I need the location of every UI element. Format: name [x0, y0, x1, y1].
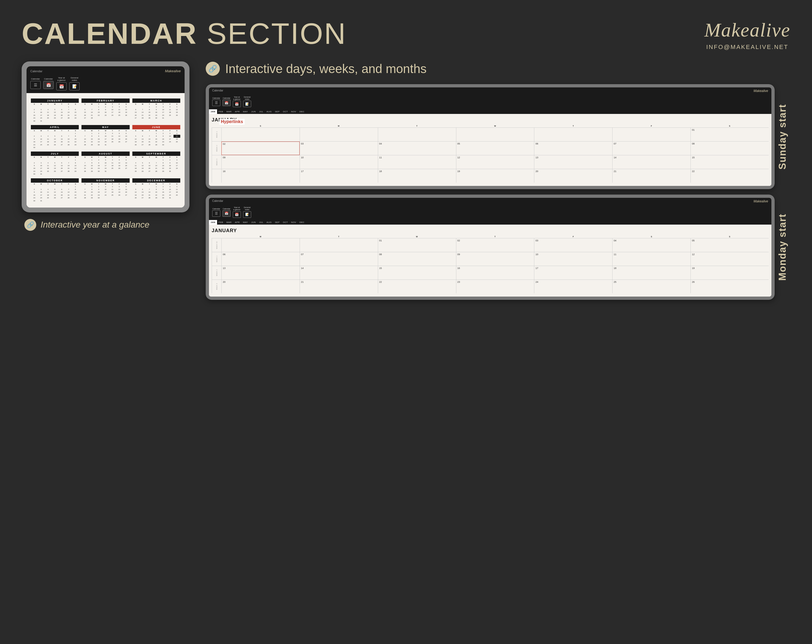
- sunday-day-cell[interactable]: 21: [612, 169, 690, 183]
- sunday-day-cell[interactable]: 16: [221, 169, 300, 183]
- cal-day[interactable]: 18: [174, 191, 180, 194]
- cal-day[interactable]: 24: [166, 194, 173, 197]
- cal-day[interactable]: 2: [153, 105, 160, 108]
- cal-day[interactable]: 27: [139, 143, 146, 146]
- cal-day[interactable]: 2: [31, 188, 38, 191]
- monday-nav-year[interactable]: Calendar 📅: [223, 208, 230, 217]
- cal-day[interactable]: 23: [95, 167, 102, 169]
- monday-nav-year2[interactable]: Year ata glance 📆: [233, 206, 241, 218]
- monday-day-cell[interactable]: 04: [612, 238, 690, 252]
- sunday-day-cell[interactable]: 10: [300, 155, 378, 169]
- cal-day[interactable]: 11: [109, 162, 116, 164]
- cal-day[interactable]: 6: [132, 108, 139, 111]
- cal-day[interactable]: 18: [45, 167, 52, 169]
- cal-day[interactable]: 21: [81, 167, 88, 169]
- sunday-month-nav-oct[interactable]: OCT: [281, 109, 289, 114]
- cal-day[interactable]: 5: [139, 162, 146, 164]
- cal-day[interactable]: 11: [174, 188, 180, 191]
- cal-day[interactable]: 15: [72, 138, 79, 140]
- cal-day[interactable]: 6: [139, 188, 146, 191]
- cal-day[interactable]: 23: [160, 140, 166, 143]
- cal-day[interactable]: 8: [153, 188, 160, 191]
- cal-day[interactable]: 6: [58, 108, 65, 111]
- cal-day[interactable]: 2: [160, 185, 166, 188]
- cal-day[interactable]: 8: [72, 162, 79, 164]
- monday-month-nav-mar[interactable]: MAR: [225, 220, 233, 224]
- cal-day[interactable]: 10: [38, 191, 44, 194]
- cal-day[interactable]: 28: [81, 197, 88, 199]
- cal-day[interactable]: 2: [160, 132, 166, 135]
- sunday-month-nav-jul[interactable]: JUL: [257, 109, 265, 114]
- cal-day[interactable]: 5: [123, 105, 130, 108]
- cal-day[interactable]: 28: [65, 143, 72, 146]
- cal-day[interactable]: 6: [123, 132, 130, 135]
- cal-day[interactable]: 13: [139, 191, 146, 194]
- cal-day[interactable]: 20: [123, 191, 130, 194]
- cal-day[interactable]: 8: [95, 108, 102, 111]
- cal-day[interactable]: 7: [65, 135, 72, 137]
- cal-day[interactable]: 22: [72, 140, 79, 143]
- cal-day[interactable]: 25: [45, 197, 52, 199]
- sunday-month-nav-jun[interactable]: JUN: [250, 109, 257, 114]
- sunday-day-cell[interactable]: 08: [690, 142, 769, 155]
- cal-day[interactable]: 17: [109, 111, 116, 114]
- monday-day-cell[interactable]: 22: [378, 280, 456, 293]
- cal-day[interactable]: 25: [109, 194, 116, 197]
- cal-day[interactable]: 20: [123, 164, 130, 167]
- cal-day[interactable]: 9: [31, 191, 38, 194]
- cal-day[interactable]: 6: [58, 135, 65, 137]
- cal-day[interactable]: 5: [132, 188, 139, 191]
- cal-day[interactable]: 16: [166, 164, 173, 167]
- cal-day[interactable]: 9: [160, 188, 166, 191]
- cal-day[interactable]: 10: [102, 188, 109, 191]
- cal-day[interactable]: 17: [102, 191, 109, 194]
- cal-day[interactable]: 23: [31, 143, 38, 146]
- cal-day[interactable]: 10: [174, 162, 180, 164]
- cal-day[interactable]: 17: [174, 164, 180, 167]
- cal-day[interactable]: 12: [52, 138, 58, 140]
- cal-day[interactable]: 18: [45, 140, 52, 143]
- cal-day[interactable]: 15: [89, 164, 95, 167]
- cal-day[interactable]: 1: [160, 159, 166, 161]
- cal-day[interactable]: 28: [146, 143, 153, 146]
- nav-item-year[interactable]: Year ata glance 📆: [56, 77, 67, 90]
- monday-day-cell[interactable]: 11: [612, 252, 690, 266]
- cal-day[interactable]: 8: [72, 188, 79, 191]
- cal-day[interactable]: 30: [95, 143, 102, 146]
- cal-day[interactable]: 7: [139, 108, 146, 111]
- cal-day[interactable]: 4: [174, 132, 180, 135]
- cal-day[interactable]: 20: [58, 140, 65, 143]
- cal-day[interactable]: 21: [65, 140, 72, 143]
- cal-day[interactable]: 26: [52, 197, 58, 199]
- cal-day[interactable]: 8: [72, 108, 79, 111]
- cal-day[interactable]: 7: [81, 162, 88, 164]
- cal-day[interactable]: 16: [31, 140, 38, 143]
- cal-day[interactable]: 1: [65, 105, 72, 108]
- cal-day[interactable]: 16: [95, 191, 102, 194]
- cal-day[interactable]: 4: [45, 162, 52, 164]
- cal-day[interactable]: 10: [102, 162, 109, 164]
- cal-day[interactable]: 23: [31, 117, 38, 119]
- cal-day[interactable]: 12: [132, 191, 139, 194]
- cal-day[interactable]: 20: [146, 167, 153, 169]
- cal-day[interactable]: 4: [45, 188, 52, 191]
- cal-day[interactable]: 19: [174, 111, 180, 114]
- cal-day[interactable]: 3: [160, 105, 166, 108]
- cal-day[interactable]: 8: [89, 135, 95, 137]
- cal-day[interactable]: 16: [153, 111, 160, 114]
- cal-day[interactable]: 31: [102, 170, 109, 172]
- cal-day[interactable]: 25: [109, 140, 116, 143]
- cal-day[interactable]: 30: [31, 172, 38, 175]
- sunday-day-cell[interactable]: 22: [690, 169, 769, 183]
- cal-day[interactable]: 17: [38, 140, 44, 143]
- cal-day[interactable]: 3: [102, 132, 109, 135]
- cal-day[interactable]: 13: [123, 188, 130, 191]
- cal-day[interactable]: 8: [146, 108, 153, 111]
- cal-day[interactable]: 17: [38, 114, 44, 117]
- monday-day-cell[interactable]: 09: [456, 252, 534, 266]
- cal-day[interactable]: 7: [89, 108, 95, 111]
- cal-day[interactable]: 9: [95, 135, 102, 137]
- cal-day[interactable]: 3: [38, 162, 44, 164]
- cal-day[interactable]: 14: [65, 138, 72, 140]
- sunday-day-cell[interactable]: 20: [534, 169, 612, 183]
